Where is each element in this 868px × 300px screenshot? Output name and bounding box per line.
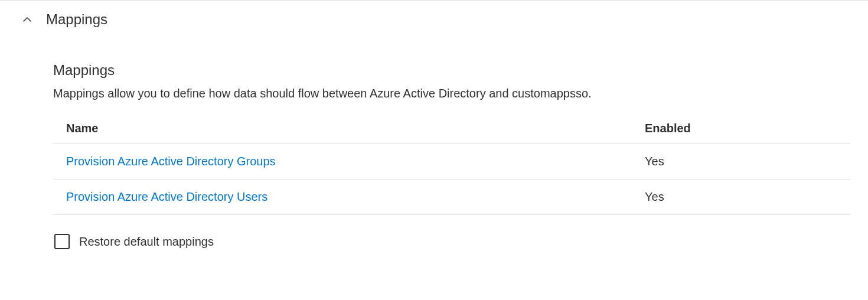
restore-default-checkbox[interactable] — [54, 234, 70, 249]
cell-name: Provision Azure Active Directory Groups — [66, 155, 645, 168]
table-header: Name Enabled — [53, 116, 850, 144]
column-header-name: Name — [66, 122, 645, 135]
restore-default-label: Restore default mappings — [79, 235, 214, 249]
mapping-link-groups[interactable]: Provision Azure Active Directory Groups — [66, 155, 276, 168]
chevron-up-icon[interactable] — [22, 15, 32, 24]
cell-enabled: Yes — [645, 190, 850, 204]
mappings-section-header[interactable]: Mappings — [0, 1, 868, 38]
table-row: Provision Azure Active Directory Groups … — [53, 144, 850, 180]
table-row: Provision Azure Active Directory Users Y… — [53, 180, 850, 215]
mappings-content: Mappings Mappings allow you to define ho… — [0, 38, 850, 249]
restore-default-row: Restore default mappings — [53, 215, 850, 249]
content-description: Mappings allow you to define how data sh… — [53, 87, 850, 100]
column-header-enabled: Enabled — [645, 122, 850, 135]
section-header-title: Mappings — [46, 11, 107, 28]
cell-enabled: Yes — [645, 155, 850, 168]
cell-name: Provision Azure Active Directory Users — [66, 190, 645, 204]
mappings-table: Name Enabled Provision Azure Active Dire… — [53, 116, 850, 215]
mapping-link-users[interactable]: Provision Azure Active Directory Users — [66, 190, 267, 203]
content-heading: Mappings — [53, 62, 850, 79]
